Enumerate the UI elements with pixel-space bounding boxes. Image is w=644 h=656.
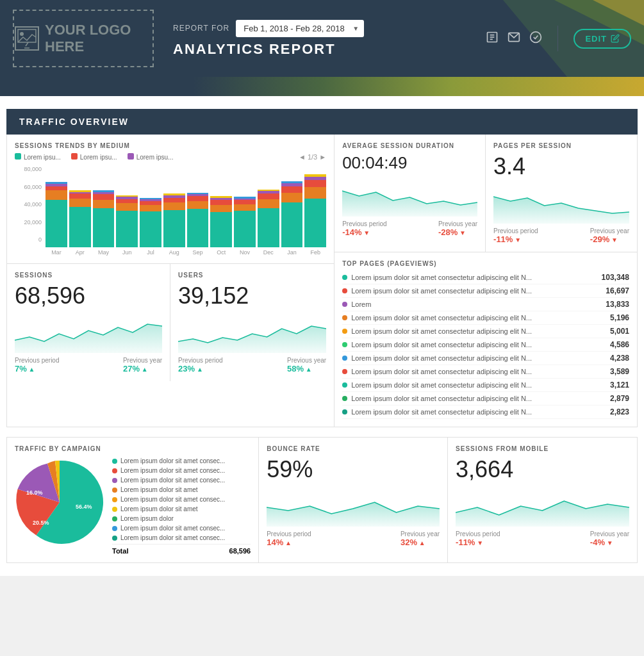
avg-session-prev-stats: Previous period -14% ▼ Previous year -28…	[342, 220, 477, 237]
sessions-mobile-title: SESSIONS FROM MOBILE	[456, 445, 629, 452]
users-card: USERS 39,152	[170, 264, 334, 381]
list-item: Lorem ipsum dolor sit amet consec...	[112, 457, 251, 464]
color-band	[0, 77, 644, 96]
header-center: REPORT FOR Feb 1, 2018 - Feb 28, 2018 AN…	[173, 20, 486, 58]
legend-item-1: Lorem ipsu...	[15, 153, 61, 161]
traffic-overview-header: TRAFFIC OVERVIEW	[6, 109, 638, 135]
date-range-dropdown[interactable]: Feb 1, 2018 - Feb 28, 2018	[236, 20, 364, 37]
bounce-rate-card: BOUNCE RATE 59%	[259, 438, 448, 562]
svg-point-5	[20, 32, 24, 36]
sessions-value: 68,596	[15, 283, 162, 309]
sessions-mobile-sparkline	[456, 488, 629, 527]
users-value: 39,152	[178, 283, 326, 309]
pages-per-session-prev-year: Previous year -29% ▼	[590, 227, 629, 244]
svg-line-6	[26, 42, 28, 46]
sessions-mobile-prev-period: Previous period -11% ▼	[456, 530, 500, 547]
check-circle-icon[interactable]	[529, 31, 542, 47]
svg-point-13	[531, 31, 541, 42]
pie-chart: 56.4% 20.5% 16.0%	[15, 457, 104, 550]
list-item: Lorem ipsum dolor sit amet consec...	[112, 525, 251, 532]
users-sparkline	[178, 315, 326, 353]
pages-per-session-prev-stats: Previous period -11% ▼ Previous year -29…	[493, 227, 629, 244]
main-wrapper: TRAFFIC OVERVIEW SESSIONS TRENDS BY MEDI…	[0, 109, 644, 576]
sessions-prev-period: Previous period 7% ▲	[15, 357, 59, 373]
sessions-mobile-prev-year: Previous year -4% ▼	[590, 530, 629, 547]
pages-per-session-card: PAGES PER SESSION 3.4	[486, 135, 637, 252]
page-title: ANALYTICS REPORT	[173, 41, 486, 58]
report-for-label: REPORT FOR	[173, 24, 229, 33]
pages-per-session-sparkline	[493, 185, 629, 224]
bar-group-jan: Jan	[281, 166, 303, 256]
traffic-by-campaign-title: TRAFFIC BY CAMPAIGN	[15, 445, 251, 452]
users-prev-period: Previous period 23% ▲	[178, 357, 222, 373]
pie-total: Total 68,596	[112, 544, 251, 555]
chart-page-nav[interactable]: ◄ 1/3 ►	[299, 153, 326, 161]
list-item: Lorem ipsum dolor sit amet consectetur a…	[342, 325, 629, 338]
bar-group-apr: Apr	[69, 166, 91, 256]
header-divider	[557, 26, 558, 51]
pages-per-session-value: 3.4	[493, 153, 629, 180]
avg-session-value: 00:04:49	[342, 153, 477, 173]
list-item: Lorem ipsum dolor sit amet consectetur a…	[342, 311, 629, 325]
sessions-trends-chart: SESSIONS TRENDS BY MEDIUM Lorem ipsu... …	[7, 135, 334, 264]
top-pages-card: TOP PAGES (PAGEVIEWS) Lorem ipsum dolor …	[334, 252, 637, 427]
bounce-rate-value: 59%	[267, 456, 440, 483]
list-item: Lorem ipsum dolor sit amet consectetur a…	[342, 284, 629, 298]
bar-group-sep: Sep	[187, 166, 209, 256]
list-item: Lorem ipsum dolor sit amet consectetur a…	[342, 406, 629, 419]
bar-group-may: May	[93, 166, 115, 256]
traffic-by-campaign-card: TRAFFIC BY CAMPAIGN	[7, 438, 259, 562]
svg-rect-3	[15, 27, 38, 50]
list-item: Lorem ipsum dolor sit amet consectetur a…	[342, 365, 629, 379]
sessions-sparkline	[15, 315, 162, 353]
svg-text:56.4%: 56.4%	[76, 504, 92, 510]
users-prev-stats: Previous period 23% ▲ Previous year 58% …	[178, 357, 326, 373]
bounce-rate-prev-stats: Previous period 14% ▲ Previous year 32% …	[267, 530, 440, 547]
legend-item-3: Lorem ipsu...	[128, 153, 174, 161]
pie-legend: Lorem ipsum dolor sit amet consec... Lor…	[112, 457, 251, 555]
avg-session-prev-period: Previous period -14% ▼	[342, 220, 386, 237]
bar-group-aug: Aug	[163, 166, 185, 256]
svg-text:16.0%: 16.0%	[26, 489, 43, 496]
legend-item-2: Lorem ipsu...	[71, 153, 117, 161]
bounce-rate-prev-period: Previous period 14% ▲	[267, 530, 311, 547]
top-pages-list: Lorem ipsum dolor sit amet consectetur a…	[342, 271, 629, 419]
pages-per-session-prev-period: Previous period -11% ▼	[493, 227, 538, 244]
bar-group-nov: Nov	[234, 166, 256, 256]
list-item: Lorem ipsum dolor	[112, 515, 251, 522]
sessions-trends-title: SESSIONS TRENDS BY MEDIUM	[15, 142, 326, 149]
pages-per-session-title: PAGES PER SESSION	[493, 142, 629, 149]
sessions-mobile-value: 3,664	[456, 456, 629, 483]
edit-button[interactable]: EDIT	[574, 29, 631, 49]
list-item: Lorem ipsum dolor sit amet consec...	[112, 477, 251, 484]
chart-legend: Lorem ipsu... Lorem ipsu... Lorem ipsu..…	[15, 153, 326, 161]
list-item: Lorem ipsum dolor sit amet consec...	[112, 467, 251, 474]
header-actions: EDIT	[486, 26, 631, 51]
avg-session-title: AVERAGE SESSION DURATION	[342, 142, 477, 149]
top-pages-title: TOP PAGES (PAGEVIEWS)	[342, 260, 629, 267]
bounce-rate-prev-year: Previous year 32% ▲	[400, 530, 440, 547]
white-spacer	[0, 96, 644, 109]
bar-group-dec: Dec	[258, 166, 279, 256]
bar-group-feb: Feb	[304, 166, 326, 256]
list-item: Lorem ipsum dolor sit amet	[112, 505, 251, 512]
sessions-title: SESSIONS	[15, 272, 162, 279]
avg-session-sparkline	[342, 178, 477, 217]
list-item: Lorem ipsum dolor sit amet consectetur a…	[342, 379, 629, 392]
bar-group-oct: Oct	[210, 166, 232, 256]
list-item: Lorem ipsum dolor sit amet consec...	[112, 496, 251, 503]
avg-session-card: AVERAGE SESSION DURATION 00:04:49	[334, 135, 486, 252]
page-header: YOUR LOGO HERE REPORT FOR Feb 1, 2018 - …	[0, 0, 644, 77]
download-icon[interactable]	[486, 31, 499, 47]
list-item: Lorem 13,833	[342, 298, 629, 311]
avg-session-prev-year: Previous year -28% ▼	[438, 220, 477, 237]
bar-group-jun: Jun	[116, 166, 138, 256]
date-select[interactable]: Feb 1, 2018 - Feb 28, 2018	[236, 20, 364, 37]
sessions-prev-year: Previous year 27% ▲	[123, 357, 162, 373]
sessions-mobile-prev-stats: Previous period -11% ▼ Previous year -4%…	[456, 530, 629, 547]
edit-label: EDIT	[585, 34, 607, 44]
email-icon[interactable]	[508, 31, 520, 47]
right-bottom-cards: BOUNCE RATE 59%	[259, 438, 637, 562]
y-axis: 80,000 60,000 40,000 20,000 0	[15, 166, 44, 243]
list-item: Lorem ipsum dolor sit amet consectetur a…	[342, 352, 629, 365]
